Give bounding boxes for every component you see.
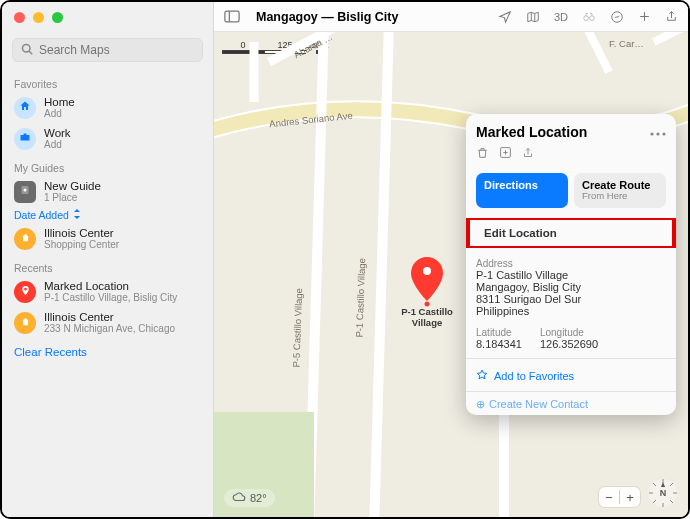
address-label: Address xyxy=(476,258,666,269)
card-share-icon[interactable] xyxy=(522,146,534,163)
recents-header: Recents xyxy=(2,254,213,276)
date-added-sort[interactable]: Date Added xyxy=(2,207,213,223)
sidebar-item-sub: 1 Place xyxy=(44,192,101,203)
create-new-contact-button[interactable]: ⊕Create New Contact xyxy=(476,398,666,411)
svg-line-1 xyxy=(29,51,32,54)
fullscreen-window-button[interactable] xyxy=(52,12,63,23)
search-input[interactable] xyxy=(39,43,194,57)
sidebar-item-home[interactable]: Home Add xyxy=(2,92,213,123)
sidebar-toggle-icon[interactable] xyxy=(222,8,242,25)
sidebar-item-sub: Add xyxy=(44,108,75,119)
contact-plus-icon: ⊕ xyxy=(476,398,485,410)
compass[interactable]: N xyxy=(646,476,680,513)
guide-icon xyxy=(19,184,31,199)
zoom-control: − + xyxy=(599,487,640,507)
window-controls xyxy=(2,2,213,32)
create-route-sub: From Here xyxy=(582,191,658,201)
binoculars-icon[interactable] xyxy=(580,8,598,26)
sidebar-item-label: Illinois Center xyxy=(44,311,175,323)
zoom-out-button[interactable]: − xyxy=(599,487,619,507)
svg-point-9 xyxy=(590,15,595,20)
sidebar-item-recent-marked[interactable]: Marked Location P-1 Castillo Village, Bi… xyxy=(2,276,213,307)
date-added-label: Date Added xyxy=(14,209,69,221)
toolbar: Mangagoy — Bislig City 3D xyxy=(214,2,688,32)
svg-point-16 xyxy=(650,132,653,135)
svg-point-0 xyxy=(23,44,31,52)
svg-point-5 xyxy=(24,189,27,192)
svg-point-18 xyxy=(662,132,665,135)
address-line: P-1 Castillo Village xyxy=(476,269,666,281)
briefcase-icon xyxy=(19,131,31,146)
share-icon[interactable] xyxy=(663,8,680,25)
sidebar-item-recent-illinois[interactable]: Illinois Center 233 N Michigan Ave, Chic… xyxy=(2,307,213,338)
sidebar: Favorites Home Add Work Add My Guides Ne… xyxy=(2,2,214,517)
add-to-favorites-button[interactable]: Add to Favorites xyxy=(476,369,666,383)
main-pane: Mangagoy — Bislig City 3D 0 125 250 ft xyxy=(214,2,688,517)
home-icon xyxy=(19,100,31,115)
sidebar-item-sub: P-1 Castillo Village, Bislig City xyxy=(44,292,177,303)
longitude-label: Longitude xyxy=(540,327,598,338)
road-label-fcar: F. Car… xyxy=(609,38,644,49)
minimize-window-button[interactable] xyxy=(33,12,44,23)
create-route-button[interactable]: Create Route From Here xyxy=(574,173,666,208)
search-input-wrapper[interactable] xyxy=(12,38,203,62)
star-icon xyxy=(476,369,488,383)
directions-button[interactable]: Directions xyxy=(476,173,568,208)
longitude-value: 126.352690 xyxy=(540,338,598,350)
guides-header: My Guides xyxy=(2,154,213,176)
map-pin[interactable] xyxy=(409,257,445,303)
address-line: 8311 Surigao Del Sur xyxy=(476,293,666,305)
card-title: Marked Location xyxy=(476,124,650,140)
svg-rect-6 xyxy=(225,11,239,22)
bag-icon xyxy=(20,232,31,246)
route-circle-icon[interactable] xyxy=(608,8,626,26)
map-canvas[interactable]: 0 125 250 ft Andres Sor xyxy=(214,32,688,517)
delete-icon[interactable] xyxy=(476,146,489,163)
add-to-guide-icon[interactable] xyxy=(499,146,512,163)
sidebar-item-label: Home xyxy=(44,96,75,108)
sidebar-item-sub: 233 N Michigan Ave, Chicago xyxy=(44,323,175,334)
create-new-contact-label: Create New Contact xyxy=(489,398,588,410)
sort-toggle-icon xyxy=(73,209,81,221)
svg-point-14 xyxy=(423,267,431,275)
sidebar-item-label: Illinois Center xyxy=(44,227,119,239)
more-icon[interactable] xyxy=(650,125,666,139)
svg-rect-2 xyxy=(21,135,30,141)
weather-temp: 82° xyxy=(250,492,267,504)
location-arrow-icon[interactable] xyxy=(496,8,514,26)
cloud-icon xyxy=(232,492,246,504)
app-window: Favorites Home Add Work Add My Guides Ne… xyxy=(0,0,690,519)
edit-location-button[interactable]: Edit Location xyxy=(466,218,676,248)
latitude-label: Latitude xyxy=(476,327,522,338)
place-card: Marked Location Directions Create Route … xyxy=(466,114,676,415)
bag-icon xyxy=(20,316,31,330)
sidebar-item-sub: Shopping Center xyxy=(44,239,119,250)
address-line: Philippines xyxy=(476,305,666,317)
latitude-value: 8.184341 xyxy=(476,338,522,350)
weather-badge[interactable]: 82° xyxy=(224,489,275,507)
address-line: Mangagoy, Bislig City xyxy=(476,281,666,293)
svg-point-8 xyxy=(584,15,589,20)
sidebar-item-guide-entry[interactable]: Illinois Center Shopping Center xyxy=(2,223,213,254)
sidebar-item-label: Work xyxy=(44,127,71,139)
3d-toggle[interactable]: 3D xyxy=(552,9,570,25)
svg-point-17 xyxy=(656,132,659,135)
plus-icon[interactable] xyxy=(636,8,653,25)
favorites-header: Favorites xyxy=(2,70,213,92)
zoom-in-button[interactable]: + xyxy=(620,487,640,507)
pin-icon xyxy=(20,285,31,299)
svg-text:N: N xyxy=(660,488,667,498)
sidebar-item-work[interactable]: Work Add xyxy=(2,123,213,154)
sidebar-item-label: New Guide xyxy=(44,180,101,192)
svg-rect-3 xyxy=(24,134,27,136)
close-window-button[interactable] xyxy=(14,12,25,23)
pin-caption: P-1 Castillo Village xyxy=(392,306,462,328)
map-mode-icon[interactable] xyxy=(524,8,542,26)
search-icon xyxy=(21,43,33,58)
page-title: Mangagoy — Bislig City xyxy=(256,10,398,24)
sidebar-item-new-guide[interactable]: New Guide 1 Place xyxy=(2,176,213,207)
sidebar-item-label: Marked Location xyxy=(44,280,177,292)
clear-recents-button[interactable]: Clear Recents xyxy=(2,338,213,366)
sidebar-item-sub: Add xyxy=(44,139,71,150)
add-to-favorites-label: Add to Favorites xyxy=(494,370,574,382)
